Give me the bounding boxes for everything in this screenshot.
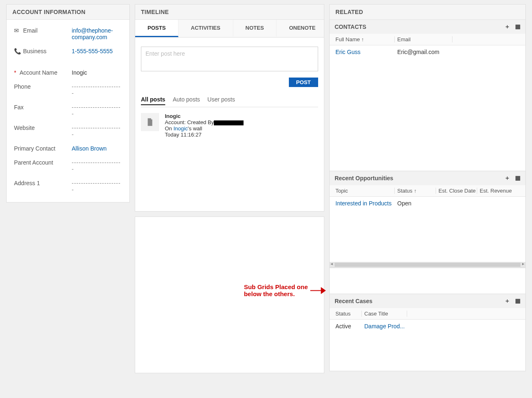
tab-posts[interactable]: POSTS bbox=[135, 20, 178, 37]
contacts-grid-icon[interactable]: ▦ bbox=[515, 23, 520, 31]
post-line2: On Inogic's wall bbox=[165, 125, 244, 132]
post-line3: Today 11:16:27 bbox=[165, 132, 244, 138]
primary-contact-label: Primary Contact bbox=[14, 145, 72, 152]
timeline-header: TIMELINE bbox=[135, 5, 324, 20]
contacts-col-email[interactable]: Email bbox=[395, 36, 452, 42]
contacts-add-icon[interactable]: ＋ bbox=[504, 23, 510, 31]
opps-col-status[interactable]: Status ↑ bbox=[395, 188, 436, 194]
primary-contact-value[interactable]: Allison Brown bbox=[72, 145, 107, 152]
account-name-label: Account Name bbox=[14, 69, 72, 76]
case-status: Active bbox=[333, 323, 362, 330]
opps-col-topic[interactable]: Topic bbox=[333, 188, 395, 194]
timeline-tabs: POSTS ACTIVITIES NOTES ONENOTE bbox=[135, 20, 324, 38]
post-button[interactable]: POST bbox=[289, 78, 318, 87]
annotation-arrow-icon bbox=[310, 287, 326, 294]
fax-value[interactable]: ---------------------- bbox=[72, 104, 123, 117]
contacts-title: CONTACTS bbox=[335, 24, 366, 30]
opps-title: Recent Opportunities bbox=[335, 175, 393, 181]
opp-status: Open bbox=[395, 200, 436, 207]
opps-add-icon[interactable]: ＋ bbox=[504, 174, 510, 182]
contacts-row[interactable]: Eric Guss Eric@gmail.com bbox=[330, 45, 525, 59]
case-title[interactable]: Damage Prod... bbox=[364, 323, 405, 330]
email-icon: ✉ bbox=[14, 27, 21, 34]
contacts-subgrid: CONTACTS ＋ ▦ Full Name ↑ Email Eric Guss bbox=[330, 20, 525, 166]
cases-row[interactable]: Active Damage Prod... bbox=[330, 320, 525, 333]
parent-account-label: Parent Account bbox=[14, 159, 72, 166]
phone-label: Phone bbox=[14, 83, 72, 90]
cases-grid-icon[interactable]: ▦ bbox=[515, 297, 520, 305]
account-name-value[interactable]: Inogic bbox=[72, 69, 123, 76]
website-value[interactable]: ---------------------- bbox=[72, 125, 123, 138]
email-label: Email bbox=[23, 27, 37, 34]
filter-all-posts[interactable]: All posts bbox=[141, 96, 165, 105]
cases-subgrid: Recent Cases ＋ ▦ Status Case Title Activ… bbox=[330, 294, 525, 366]
post-input[interactable] bbox=[141, 47, 318, 71]
contact-email: Eric@gmail.com bbox=[395, 49, 477, 55]
cases-title: Recent Cases bbox=[335, 298, 373, 304]
annotation-text: Sub Grids Placed one below the others. bbox=[244, 283, 308, 297]
tab-activities[interactable]: ACTIVITIES bbox=[178, 20, 233, 37]
address-value[interactable]: ---------------------- bbox=[72, 180, 123, 193]
parent-account-value[interactable]: ---------------------- bbox=[72, 159, 123, 172]
tab-notes[interactable]: NOTES bbox=[233, 20, 277, 37]
opps-col-erev[interactable]: Est. Revenue bbox=[477, 188, 522, 194]
opportunities-subgrid: Recent Opportunities ＋ ▦ Topic Status ↑ … bbox=[330, 171, 525, 268]
opp-topic[interactable]: Interested in Products bbox=[335, 200, 391, 207]
post-wall-link[interactable]: Inogic bbox=[173, 125, 188, 132]
business-value[interactable]: 1-555-555-5555 bbox=[72, 48, 113, 54]
phone-icon: 📞 bbox=[14, 48, 21, 54]
cases-add-icon[interactable]: ＋ bbox=[504, 297, 510, 305]
timeline-panel: TIMELINE POSTS ACTIVITIES NOTES ONENOTE … bbox=[135, 4, 324, 212]
address-label: Address 1 bbox=[14, 180, 72, 186]
fax-label: Fax bbox=[14, 104, 72, 111]
website-label: Website bbox=[14, 125, 72, 131]
opps-scrollbar[interactable] bbox=[330, 262, 525, 268]
phone-value[interactable]: ---------------------- bbox=[72, 83, 123, 97]
account-information-panel: ACCOUNT INFORMATION ✉Email info@thephone… bbox=[6, 4, 130, 203]
related-panel: RELATED CONTACTS ＋ ▦ Full Name ↑ Email bbox=[329, 4, 526, 371]
opps-grid-icon[interactable]: ▦ bbox=[515, 174, 520, 182]
contacts-col-name[interactable]: Full Name ↑ bbox=[333, 36, 395, 42]
opps-col-ecd[interactable]: Est. Close Date bbox=[436, 188, 477, 194]
email-value[interactable]: info@thephone-company.com bbox=[72, 27, 113, 40]
cases-col-title[interactable]: Case Title bbox=[362, 311, 407, 317]
post-title: Inogic bbox=[165, 113, 244, 119]
account-info-header: ACCOUNT INFORMATION bbox=[7, 5, 129, 20]
opps-row[interactable]: Interested in Products Open bbox=[330, 197, 525, 210]
post-entry: Inogic Account: Created By On Inogic's w… bbox=[141, 113, 318, 138]
related-header: RELATED bbox=[330, 5, 525, 20]
filter-auto-posts[interactable]: Auto posts bbox=[173, 96, 200, 105]
post-line1: Account: Created By bbox=[165, 119, 244, 125]
tab-onenote[interactable]: ONENOTE bbox=[277, 20, 328, 37]
redacted-name bbox=[214, 120, 244, 125]
post-entity-icon bbox=[141, 113, 159, 131]
business-label: Business bbox=[23, 48, 47, 54]
svg-rect-0 bbox=[148, 124, 151, 125]
filter-user-posts[interactable]: User posts bbox=[207, 96, 235, 105]
contact-name[interactable]: Eric Guss bbox=[335, 49, 361, 55]
cases-col-status[interactable]: Status bbox=[333, 311, 362, 317]
